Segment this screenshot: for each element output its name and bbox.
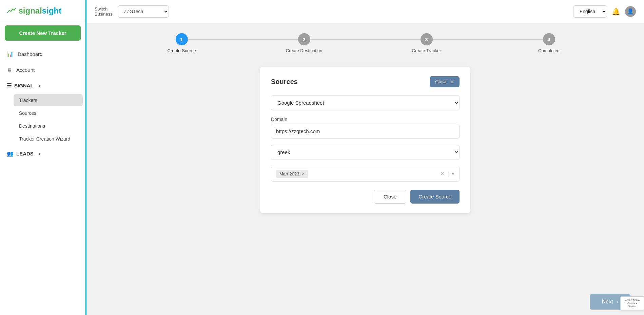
- mart-2023-tag: Mart 2023 ✕: [276, 170, 308, 178]
- step-4-label: Completed: [538, 48, 560, 53]
- create-tracker-button[interactable]: Create New Tracker: [5, 25, 81, 41]
- tag-clear-icon[interactable]: ✕: [440, 171, 445, 177]
- logo-icon: [7, 7, 16, 15]
- sidebar: signalsight Create New Tracker 📊 Dashboa…: [0, 0, 86, 315]
- domain-label: Domain: [271, 117, 460, 122]
- next-bar: Next ›: [86, 289, 644, 315]
- step-1-label: Create Source: [168, 48, 196, 53]
- next-arrow-icon: ›: [617, 299, 618, 305]
- recaptcha-text: reCAPTCHA Gizlilik • Şartlar: [623, 299, 641, 308]
- sidebar-item-dashboard-label: Dashboard: [18, 51, 42, 57]
- signal-chevron-icon: ▼: [38, 83, 42, 88]
- main-content: Switch Business ZZGTech English Turkish …: [86, 0, 644, 315]
- step-2-label: Create Destination: [286, 48, 323, 53]
- header-right: English Turkish 🔔 👤: [573, 5, 636, 18]
- business-select[interactable]: ZZGTech: [118, 5, 169, 18]
- source-type-select[interactable]: Google Spreadsheet CSV Excel: [271, 95, 460, 110]
- content-area: 1 Create Source 2 Create Destination 3 C…: [86, 23, 644, 289]
- step-3: 3 Create Tracker: [365, 33, 488, 53]
- domain-group: Domain: [271, 117, 460, 139]
- tag-label: Mart 2023: [279, 171, 299, 176]
- dashboard-icon: 📊: [7, 51, 14, 57]
- tag-field-controls: ✕ | ▾: [440, 170, 454, 177]
- signal-section-header[interactable]: ☰ SIGNAL ▼: [0, 78, 85, 93]
- step-4-circle: 4: [543, 33, 555, 45]
- sidebar-item-destinations[interactable]: Destinations: [14, 120, 83, 132]
- source-language-select[interactable]: greek english turkish: [271, 145, 460, 160]
- language-group: greek english turkish: [271, 145, 460, 160]
- sidebar-item-account-label: Account: [16, 67, 35, 73]
- step-line-2: [310, 39, 421, 40]
- tag-field[interactable]: Mart 2023 ✕ ✕ | ▾: [271, 166, 460, 182]
- language-select[interactable]: English Turkish: [573, 5, 607, 18]
- panel-close-top-button[interactable]: Close ✕: [430, 76, 460, 87]
- signal-subnav: Trackers Sources Destinations Tracker Cr…: [0, 93, 85, 146]
- signal-label: SIGNAL: [14, 83, 34, 88]
- tag-remove-icon[interactable]: ✕: [301, 171, 305, 176]
- step-1: 1 Create Source: [120, 33, 243, 53]
- next-label: Next: [602, 299, 613, 305]
- tag-chevron-down-icon[interactable]: ▾: [452, 171, 454, 177]
- leads-chevron-icon: ▼: [38, 151, 42, 156]
- step-3-circle: 3: [421, 33, 433, 45]
- avatar-icon: 👤: [627, 8, 634, 15]
- panel-close-button[interactable]: Close: [374, 190, 406, 204]
- step-2-circle: 2: [298, 33, 310, 45]
- header: Switch Business ZZGTech English Turkish …: [86, 0, 644, 23]
- step-1-circle: 1: [176, 33, 188, 45]
- panel-header: Sources Close ✕: [271, 76, 460, 87]
- panel-close-top-x-icon: ✕: [450, 79, 454, 84]
- panel-title: Sources: [271, 78, 298, 86]
- logo: signalsight: [7, 7, 61, 13]
- step-2: 2 Create Destination: [243, 33, 365, 53]
- tag-container: Mart 2023 ✕: [276, 170, 308, 178]
- panel-footer: Close Create Source: [271, 190, 460, 204]
- sidebar-item-account[interactable]: 🖥 Account: [0, 62, 85, 78]
- leads-icon: 👥: [7, 150, 14, 157]
- logo-sight: sight: [42, 6, 61, 15]
- recaptcha-badge: reCAPTCHA Gizlilik • Şartlar: [620, 296, 644, 310]
- sidebar-item-sources[interactable]: Sources: [14, 107, 83, 119]
- sources-panel: Sources Close ✕ Google Spreadsheet CSV E…: [260, 67, 470, 213]
- leads-section-header[interactable]: 👥 LEADS ▼: [0, 146, 85, 162]
- sidebar-item-tracker-creation-wizard[interactable]: Tracker Creation Wizard: [14, 133, 83, 145]
- source-type-group: Google Spreadsheet CSV Excel: [271, 95, 460, 110]
- domain-input[interactable]: [271, 124, 460, 139]
- step-line-1: [188, 39, 298, 40]
- tag-separator: |: [447, 170, 449, 177]
- tag-group: Mart 2023 ✕ ✕ | ▾: [271, 166, 460, 182]
- leads-label: LEADS: [16, 151, 34, 156]
- step-line-3: [433, 39, 543, 40]
- signal-icon: ☰: [7, 82, 12, 89]
- create-source-button[interactable]: Create Source: [410, 190, 460, 204]
- wizard-steps: 1 Create Source 2 Create Destination 3 C…: [100, 33, 630, 53]
- sidebar-item-trackers[interactable]: Trackers: [14, 94, 83, 106]
- sidebar-item-dashboard[interactable]: 📊 Dashboard: [0, 46, 85, 62]
- user-avatar[interactable]: 👤: [625, 6, 636, 17]
- step-3-label: Create Tracker: [412, 48, 441, 53]
- switch-business-label: Switch Business: [95, 6, 113, 17]
- panel-close-top-label: Close: [435, 79, 447, 84]
- logo-signal: signal: [18, 6, 42, 15]
- notification-bell-icon[interactable]: 🔔: [612, 7, 620, 16]
- logo-area: signalsight: [0, 0, 85, 20]
- account-icon: 🖥: [7, 67, 12, 73]
- step-4: 4 Completed: [488, 33, 610, 53]
